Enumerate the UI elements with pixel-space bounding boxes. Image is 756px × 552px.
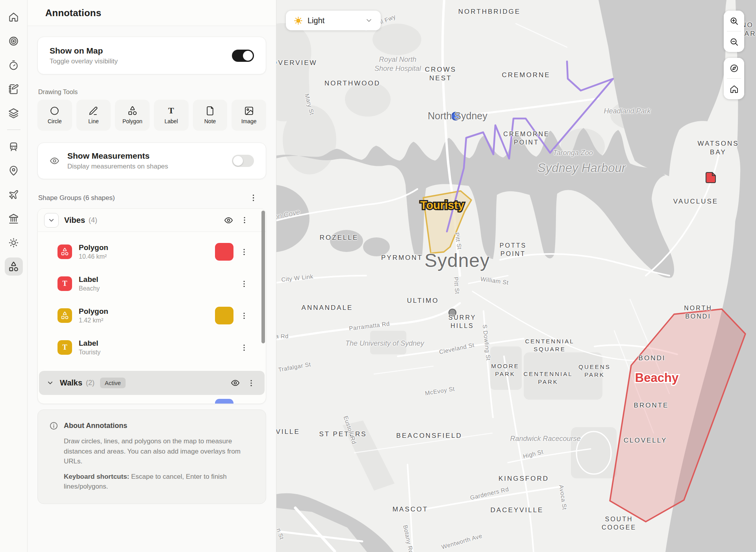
nav-controls (724, 58, 744, 99)
tool-label: Line (88, 118, 98, 124)
color-swatch[interactable] (215, 243, 233, 261)
gray-point-marker[interactable] (449, 309, 456, 316)
notebook-pen-icon (8, 84, 19, 94)
show-on-map-subtitle: Toggle overlay visibility (50, 57, 232, 65)
zoom-in-button[interactable] (724, 11, 744, 31)
page-title: Annotations (45, 7, 101, 19)
drawing-tools-row: CircleLinePolygonLabelNoteImage (37, 100, 266, 131)
sidebar-item-layers[interactable] (5, 104, 23, 122)
group-name: Walks (60, 378, 82, 387)
tool-label[interactable]: Label (154, 100, 189, 131)
show-measurements-subtitle: Display measurements on shapes (67, 163, 232, 170)
show-on-map-toggle[interactable] (232, 50, 254, 62)
sidebar-item-plane[interactable] (5, 185, 23, 204)
file-icon (205, 106, 215, 116)
shapes-icon (128, 106, 137, 116)
sidebar-item-home[interactable] (5, 8, 23, 26)
beachy-map-label: Beachy (635, 371, 679, 385)
group-visibility-eye-icon[interactable] (224, 216, 233, 225)
shape-groups-kebab-icon[interactable] (249, 194, 258, 202)
sidebar-item-landmark[interactable] (5, 209, 23, 228)
shape-row-polygon-1[interactable]: Polygon 10.46 km² (38, 236, 266, 268)
shape-detail: Touristy (79, 349, 100, 356)
chevron-down-icon[interactable] (46, 379, 54, 387)
sidebar-item-notebook[interactable] (5, 80, 23, 98)
tool-line[interactable]: Line (76, 100, 111, 131)
about-body-text: Draw circles, lines, and polygons on the… (64, 436, 252, 467)
compass-icon (730, 64, 739, 73)
shape-row-polygon-2[interactable]: Polygon 1.42 km² (38, 300, 266, 332)
annotations-panel: Annotations Show on Map Toggle overlay v… (28, 0, 276, 552)
shape-type: Polygon (79, 243, 108, 252)
layers-icon (8, 108, 19, 119)
sidebar-item-shapes[interactable] (5, 257, 23, 276)
group-count: (2) (86, 379, 94, 387)
tool-label: Circle (48, 118, 62, 124)
map-canvas[interactable]: Touristy Beachy NORTHBRIDGEore Hill FwyN… (276, 0, 756, 552)
plane-icon (8, 189, 19, 200)
drawing-tools-label: Drawing Tools (38, 89, 266, 96)
sidebar-item-sun[interactable] (5, 233, 23, 252)
sidebar-item-pin[interactable] (5, 161, 23, 180)
row-kebab-icon[interactable] (240, 344, 248, 352)
about-annotations-card: About Annotations Draw circles, lines, a… (37, 409, 266, 504)
reset-view-button[interactable] (724, 79, 744, 99)
zoom-in-icon (730, 17, 739, 26)
tool-note[interactable]: Note (193, 100, 228, 131)
app-window: Annotations Show on Map Toggle overlay v… (0, 0, 756, 552)
landmark-icon (8, 213, 19, 224)
tool-polygon[interactable]: Polygon (115, 100, 150, 131)
panel-header: Annotations (28, 0, 276, 26)
group-kebab-icon[interactable] (247, 379, 255, 387)
shape-detail: 10.46 km² (79, 253, 108, 260)
tool-label: Note (204, 118, 216, 124)
touristy-map-label: Touristy (420, 199, 464, 211)
color-swatch[interactable] (215, 307, 233, 324)
shape-row-label-1[interactable]: Label Beachy (38, 268, 266, 300)
shape-row-clipped[interactable] (38, 395, 266, 404)
polygon-icon (57, 245, 72, 259)
show-measurements-toggle[interactable] (232, 155, 254, 167)
tool-circle[interactable]: Circle (37, 100, 72, 131)
image-icon (244, 106, 254, 116)
label-icon (57, 340, 72, 355)
map-style-selector[interactable]: Light (286, 11, 381, 30)
eye-icon (50, 156, 59, 166)
compass-button[interactable] (724, 58, 744, 78)
shape-detail: 1.42 km² (79, 317, 108, 324)
shape-row-label-2[interactable]: Label Touristy (38, 332, 266, 363)
sidebar-item-timer[interactable] (5, 56, 23, 74)
sun-icon (8, 237, 19, 248)
row-kebab-icon[interactable] (240, 312, 248, 320)
map-base-layer: Touristy Beachy (276, 0, 756, 552)
list-scrollbar-thumb[interactable] (261, 211, 265, 343)
row-kebab-icon[interactable] (240, 280, 248, 288)
home-icon (730, 85, 739, 94)
tool-image[interactable]: Image (232, 100, 266, 131)
collapse-group-button[interactable] (44, 213, 59, 228)
tool-label: Polygon (122, 118, 143, 124)
tram-icon (8, 141, 19, 152)
zoom-out-button[interactable] (724, 31, 744, 52)
group-header-walks[interactable]: Walks (2) Active (39, 371, 265, 395)
sidebar-item-tram[interactable] (5, 137, 23, 156)
map-style-value: Light (308, 16, 324, 25)
group-header-vibes[interactable]: Vibes (4) (38, 209, 266, 232)
group-name: Vibes (64, 216, 85, 225)
rail-divider (7, 130, 20, 130)
color-swatch[interactable] (215, 399, 233, 404)
target-icon (8, 36, 19, 46)
group-visibility-eye-icon[interactable] (231, 378, 240, 387)
polygon-icon (57, 308, 72, 323)
note-marker-icon[interactable] (706, 172, 715, 183)
row-kebab-icon[interactable] (240, 248, 248, 256)
map-pin-icon (8, 165, 19, 176)
show-on-map-title: Show on Map (50, 46, 232, 56)
about-shortcuts: Keyboard shortcuts: Escape to cancel, En… (64, 472, 252, 492)
shapes-icon (8, 261, 19, 272)
show-measurements-card: Show Measurements Display measurements o… (37, 143, 266, 179)
zoom-controls (724, 11, 744, 52)
sidebar-item-target[interactable] (5, 32, 23, 50)
blue-point-marker[interactable] (452, 112, 460, 120)
group-kebab-icon[interactable] (241, 216, 248, 224)
